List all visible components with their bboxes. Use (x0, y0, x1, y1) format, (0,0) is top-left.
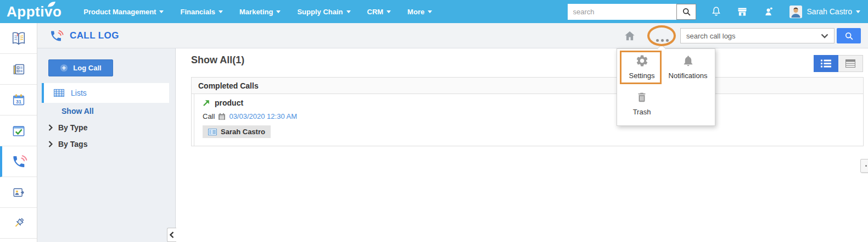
by-type-section[interactable]: By Type (48, 123, 87, 132)
list-view-button[interactable] (814, 55, 838, 72)
lists-label: Lists (71, 89, 87, 97)
plus-circle-icon (60, 64, 68, 72)
collapse-panel-button[interactable] (167, 228, 176, 242)
record-title-line[interactable]: product (203, 98, 297, 107)
svg-text:31: 31 (16, 98, 21, 104)
trash-icon (636, 91, 648, 104)
nav-more[interactable]: More (407, 8, 432, 16)
dock-item-book[interactable] (0, 23, 37, 54)
dropdown-item-notifications[interactable]: Notifications (663, 54, 713, 80)
outbound-arrow-icon (203, 99, 210, 107)
nav-label: Financials (180, 8, 215, 16)
calendar-icon: 31 (10, 92, 27, 108)
dock-item-newsfeed[interactable] (0, 54, 37, 85)
chevron-down-icon (159, 10, 164, 13)
chevron-down-icon (276, 10, 281, 13)
user-menu-chevron-down-icon[interactable] (856, 10, 860, 13)
lists-grid-icon (54, 89, 64, 97)
nav-crm[interactable]: CRM (367, 8, 391, 16)
table-view-button[interactable] (838, 55, 863, 72)
contact-share-icon (10, 185, 27, 200)
user-avatar[interactable] (789, 6, 802, 18)
record-datetime-link[interactable]: 03/03/2020 12:30 AM (229, 112, 297, 120)
call-log-phone-icon (12, 154, 28, 169)
call-log-phone-icon (49, 29, 64, 43)
search-icon (682, 7, 691, 16)
nav-label: Supply Chain (297, 8, 343, 16)
page-title: CALL LOG (70, 30, 119, 41)
chevron-down-icon (219, 10, 223, 13)
by-tags-label: By Tags (58, 140, 87, 148)
nav-product-management[interactable]: Product Management (83, 8, 164, 16)
row-more-actions-button[interactable] (860, 159, 868, 173)
dock-item-calendar[interactable]: 31 (0, 85, 37, 116)
top-nav-menu: Product Management Financials Marketing … (83, 8, 432, 16)
list-view-icon (821, 59, 831, 68)
left-panel: Log Call Lists Show All By Type By Tags (37, 48, 176, 242)
app-search-box (680, 28, 835, 43)
more-actions-dropdown: Settings Notifications Trash (617, 48, 715, 126)
associated-contact-name: Sarah Castro (221, 128, 265, 136)
nav-label: More (407, 8, 424, 16)
dock-item-contact-share[interactable] (0, 177, 37, 208)
chevron-left-icon (170, 232, 174, 238)
global-search-input[interactable] (568, 4, 676, 20)
book-icon (10, 30, 27, 47)
card-header-label: Completed Calls (198, 81, 259, 90)
by-type-label: By Type (58, 123, 87, 132)
record-title[interactable]: product (215, 98, 243, 107)
nav-label: Product Management (83, 8, 156, 16)
dropdown-item-trash[interactable]: Trash (625, 91, 659, 116)
global-search (568, 4, 696, 20)
global-search-button[interactable] (676, 4, 696, 20)
tasks-icon (10, 123, 27, 139)
apptivo-logo[interactable]: Apptivo (7, 3, 69, 20)
associated-contact-chip[interactable]: Sarah Castro (203, 125, 271, 138)
contacts-people-icon[interactable] (763, 6, 775, 18)
leaf-icon (47, 1, 56, 8)
call-record-row: product Call 03/03/2020 12:30 AM (203, 98, 297, 138)
search-options-chevron-down-icon[interactable] (815, 34, 834, 38)
log-call-label: Log Call (73, 64, 101, 72)
app-header-bar: CALL LOG (37, 23, 868, 48)
app-search-input[interactable] (681, 32, 815, 40)
table-view-icon (845, 59, 855, 68)
chevron-right-icon (48, 124, 53, 131)
card-body: product Call 03/03/2020 12:30 AM (192, 94, 863, 146)
app-search-button[interactable] (837, 28, 861, 43)
bell-icon (682, 54, 695, 68)
chevron-down-icon (387, 10, 391, 13)
by-tags-section[interactable]: By Tags (48, 140, 87, 148)
nav-financials[interactable]: Financials (180, 8, 223, 16)
calendar-small-icon (218, 113, 226, 120)
gear-icon (635, 54, 649, 68)
nav-marketing[interactable]: Marketing (239, 8, 281, 16)
settings-label: Settings (629, 72, 655, 80)
chevron-down-icon (346, 10, 351, 13)
dropdown-item-settings[interactable]: Settings (625, 54, 659, 80)
notifications-label: Notifications (669, 72, 708, 80)
chevron-down-icon (428, 10, 432, 13)
row-gutter-divider (194, 94, 194, 146)
nav-label: Marketing (239, 8, 273, 16)
trash-label: Trash (633, 108, 651, 116)
dock-item-tasks[interactable] (0, 116, 37, 146)
log-call-button[interactable]: Log Call (48, 59, 113, 76)
app-store-icon[interactable] (736, 6, 748, 18)
card-header: Completed Calls (192, 78, 863, 94)
dock-item-pin[interactable] (0, 208, 37, 239)
main-content: Show All(1) Completed Calls (176, 48, 868, 242)
lists-section[interactable]: Lists (42, 83, 169, 103)
dock-item-call-log[interactable] (0, 146, 37, 177)
show-all-filter[interactable]: Show All (61, 107, 94, 116)
notifications-bell-icon[interactable] (710, 6, 722, 18)
nav-supply-chain[interactable]: Supply Chain (297, 8, 350, 16)
user-name[interactable]: Sarah Castro (807, 7, 852, 16)
newsfeed-icon (10, 61, 27, 78)
view-toggle (814, 55, 863, 72)
home-icon[interactable] (624, 30, 636, 44)
chevron-right-icon (48, 141, 53, 147)
record-type-label: Call (203, 112, 215, 120)
top-navigation-bar: Apptivo Product Management Financials Ma… (0, 0, 868, 23)
more-actions-ellipsis-icon[interactable] (656, 39, 669, 42)
